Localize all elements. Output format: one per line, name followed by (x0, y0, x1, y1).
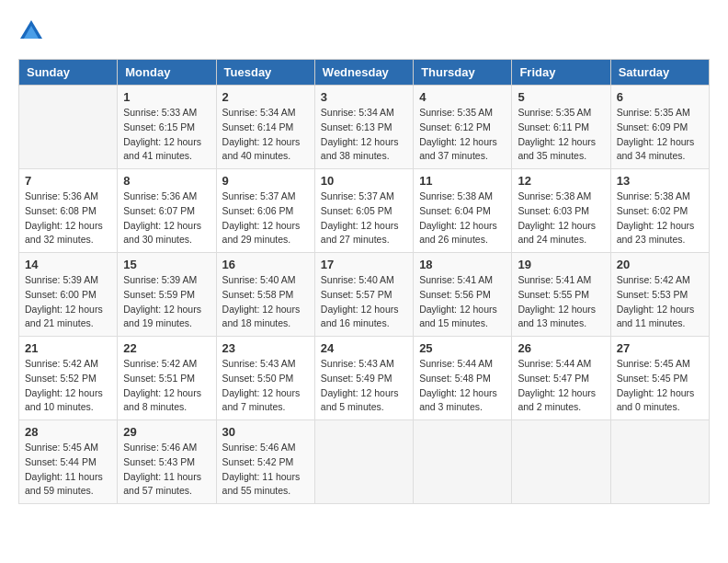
calendar-day-cell: 18Sunrise: 5:41 AMSunset: 5:56 PMDayligh… (414, 253, 512, 337)
calendar-day-cell (610, 420, 709, 504)
day-number: 21 (25, 341, 111, 355)
logo-icon (18, 18, 44, 44)
day-number: 4 (419, 90, 506, 104)
day-info: Sunrise: 5:46 AMSunset: 5:43 PMDaylight:… (123, 441, 210, 499)
calendar-day-cell: 13Sunrise: 5:38 AMSunset: 6:02 PMDayligh… (610, 169, 709, 253)
day-number: 23 (222, 341, 309, 355)
calendar-day-cell: 14Sunrise: 5:39 AMSunset: 6:00 PMDayligh… (19, 253, 118, 337)
calendar-header-row: SundayMondayTuesdayWednesdayThursdayFrid… (19, 60, 710, 86)
day-info: Sunrise: 5:34 AMSunset: 6:14 PMDaylight:… (222, 106, 309, 164)
day-number: 26 (518, 341, 604, 355)
calendar-day-cell: 16Sunrise: 5:40 AMSunset: 5:58 PMDayligh… (216, 253, 314, 337)
day-number: 1 (123, 90, 210, 104)
calendar-day-cell: 3Sunrise: 5:34 AMSunset: 6:13 PMDaylight… (314, 86, 413, 169)
calendar-week-row: 28Sunrise: 5:45 AMSunset: 5:44 PMDayligh… (19, 420, 710, 504)
day-info: Sunrise: 5:43 AMSunset: 5:49 PMDaylight:… (321, 357, 407, 415)
day-info: Sunrise: 5:33 AMSunset: 6:15 PMDaylight:… (123, 106, 210, 164)
day-info: Sunrise: 5:39 AMSunset: 5:59 PMDaylight:… (123, 273, 210, 331)
day-info: Sunrise: 5:44 AMSunset: 5:48 PMDaylight:… (419, 357, 506, 415)
calendar-day-cell: 17Sunrise: 5:40 AMSunset: 5:57 PMDayligh… (314, 253, 413, 337)
day-info: Sunrise: 5:41 AMSunset: 5:55 PMDaylight:… (518, 273, 604, 331)
weekday-header: Wednesday (314, 60, 413, 86)
calendar-day-cell (314, 420, 413, 504)
day-number: 15 (123, 258, 210, 271)
calendar-week-row: 21Sunrise: 5:42 AMSunset: 5:52 PMDayligh… (19, 337, 710, 420)
weekday-header: Sunday (19, 60, 118, 86)
weekday-header: Friday (512, 60, 610, 86)
day-info: Sunrise: 5:38 AMSunset: 6:02 PMDaylight:… (617, 190, 703, 247)
day-number: 19 (518, 258, 604, 271)
calendar-day-cell: 19Sunrise: 5:41 AMSunset: 5:55 PMDayligh… (512, 253, 610, 337)
calendar-day-cell: 28Sunrise: 5:45 AMSunset: 5:44 PMDayligh… (19, 420, 118, 504)
day-info: Sunrise: 5:44 AMSunset: 5:47 PMDaylight:… (518, 357, 604, 415)
day-info: Sunrise: 5:40 AMSunset: 5:57 PMDaylight:… (321, 273, 407, 331)
day-number: 6 (617, 90, 703, 104)
calendar-day-cell: 9Sunrise: 5:37 AMSunset: 6:06 PMDaylight… (216, 169, 314, 253)
day-number: 28 (25, 425, 111, 439)
logo (18, 18, 48, 44)
day-number: 8 (123, 174, 210, 188)
calendar-day-cell: 24Sunrise: 5:43 AMSunset: 5:49 PMDayligh… (314, 337, 413, 420)
day-number: 29 (123, 425, 210, 439)
day-info: Sunrise: 5:42 AMSunset: 5:51 PMDaylight:… (123, 357, 210, 415)
day-info: Sunrise: 5:36 AMSunset: 6:08 PMDaylight:… (25, 190, 111, 247)
calendar-day-cell: 23Sunrise: 5:43 AMSunset: 5:50 PMDayligh… (216, 337, 314, 420)
day-info: Sunrise: 5:39 AMSunset: 6:00 PMDaylight:… (25, 273, 111, 331)
calendar-day-cell: 12Sunrise: 5:38 AMSunset: 6:03 PMDayligh… (512, 169, 610, 253)
day-info: Sunrise: 5:35 AMSunset: 6:11 PMDaylight:… (518, 106, 604, 164)
day-info: Sunrise: 5:43 AMSunset: 5:50 PMDaylight:… (222, 357, 309, 415)
day-number: 5 (518, 90, 604, 104)
day-info: Sunrise: 5:35 AMSunset: 6:12 PMDaylight:… (419, 106, 506, 164)
day-number: 9 (222, 174, 309, 188)
calendar-day-cell: 1Sunrise: 5:33 AMSunset: 6:15 PMDaylight… (118, 86, 216, 169)
day-info: Sunrise: 5:41 AMSunset: 5:56 PMDaylight:… (419, 273, 506, 331)
day-number: 27 (617, 341, 703, 355)
calendar-day-cell: 27Sunrise: 5:45 AMSunset: 5:45 PMDayligh… (610, 337, 709, 420)
day-number: 12 (518, 174, 604, 188)
day-number: 30 (222, 425, 309, 439)
calendar-day-cell: 20Sunrise: 5:42 AMSunset: 5:53 PMDayligh… (610, 253, 709, 337)
calendar-day-cell: 25Sunrise: 5:44 AMSunset: 5:48 PMDayligh… (414, 337, 512, 420)
day-number: 20 (617, 258, 703, 271)
page-header (18, 18, 710, 44)
weekday-header: Saturday (610, 60, 709, 86)
day-number: 2 (222, 90, 309, 104)
calendar-day-cell (512, 420, 610, 504)
calendar-day-cell: 6Sunrise: 5:35 AMSunset: 6:09 PMDaylight… (610, 86, 709, 169)
day-info: Sunrise: 5:45 AMSunset: 5:44 PMDaylight:… (25, 441, 111, 499)
day-info: Sunrise: 5:36 AMSunset: 6:07 PMDaylight:… (123, 190, 210, 247)
calendar-week-row: 1Sunrise: 5:33 AMSunset: 6:15 PMDaylight… (19, 86, 710, 169)
calendar-day-cell (19, 86, 118, 169)
calendar-day-cell: 11Sunrise: 5:38 AMSunset: 6:04 PMDayligh… (414, 169, 512, 253)
day-info: Sunrise: 5:46 AMSunset: 5:42 PMDaylight:… (222, 441, 309, 499)
calendar-day-cell: 5Sunrise: 5:35 AMSunset: 6:11 PMDaylight… (512, 86, 610, 169)
day-info: Sunrise: 5:37 AMSunset: 6:05 PMDaylight:… (321, 190, 407, 247)
day-number: 22 (123, 341, 210, 355)
calendar-day-cell: 8Sunrise: 5:36 AMSunset: 6:07 PMDaylight… (118, 169, 216, 253)
day-number: 18 (419, 258, 506, 271)
day-number: 7 (25, 174, 111, 188)
day-number: 3 (321, 90, 407, 104)
day-number: 14 (25, 258, 111, 271)
day-info: Sunrise: 5:35 AMSunset: 6:09 PMDaylight:… (617, 106, 703, 164)
day-info: Sunrise: 5:38 AMSunset: 6:03 PMDaylight:… (518, 190, 604, 247)
day-info: Sunrise: 5:42 AMSunset: 5:52 PMDaylight:… (25, 357, 111, 415)
day-info: Sunrise: 5:34 AMSunset: 6:13 PMDaylight:… (321, 106, 407, 164)
day-info: Sunrise: 5:45 AMSunset: 5:45 PMDaylight:… (617, 357, 703, 415)
weekday-header: Monday (118, 60, 216, 86)
day-number: 13 (617, 174, 703, 188)
calendar-day-cell: 10Sunrise: 5:37 AMSunset: 6:05 PMDayligh… (314, 169, 413, 253)
calendar-week-row: 14Sunrise: 5:39 AMSunset: 6:00 PMDayligh… (19, 253, 710, 337)
calendar-day-cell: 30Sunrise: 5:46 AMSunset: 5:42 PMDayligh… (216, 420, 314, 504)
calendar-day-cell (414, 420, 512, 504)
calendar-week-row: 7Sunrise: 5:36 AMSunset: 6:08 PMDaylight… (19, 169, 710, 253)
day-number: 24 (321, 341, 407, 355)
weekday-header: Thursday (414, 60, 512, 86)
day-info: Sunrise: 5:40 AMSunset: 5:58 PMDaylight:… (222, 273, 309, 331)
calendar-day-cell: 29Sunrise: 5:46 AMSunset: 5:43 PMDayligh… (118, 420, 216, 504)
calendar-day-cell: 22Sunrise: 5:42 AMSunset: 5:51 PMDayligh… (118, 337, 216, 420)
calendar-day-cell: 7Sunrise: 5:36 AMSunset: 6:08 PMDaylight… (19, 169, 118, 253)
day-info: Sunrise: 5:42 AMSunset: 5:53 PMDaylight:… (617, 273, 703, 331)
calendar-day-cell: 21Sunrise: 5:42 AMSunset: 5:52 PMDayligh… (19, 337, 118, 420)
day-number: 10 (321, 174, 407, 188)
